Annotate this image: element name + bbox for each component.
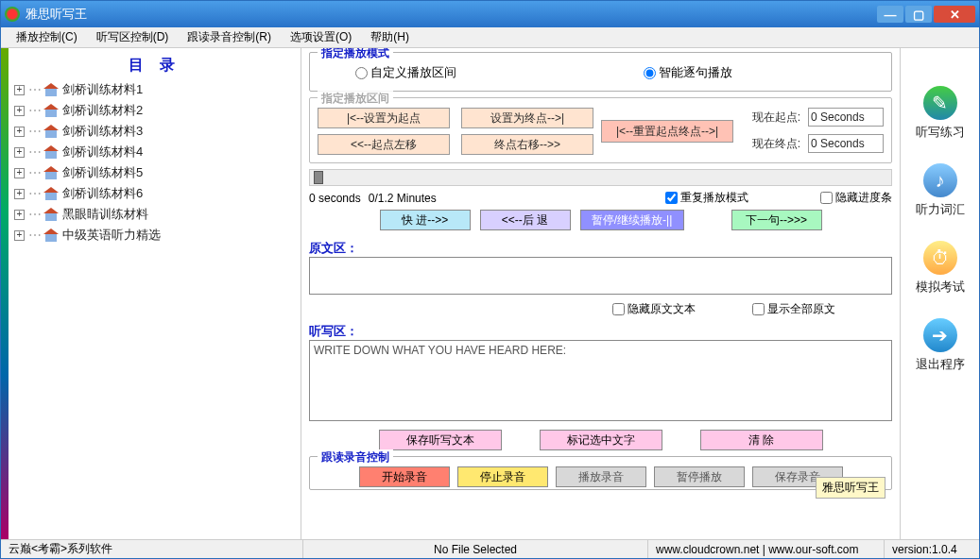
next-button[interactable]: 下一句-->>> (731, 210, 822, 230)
expand-icon[interactable]: + (14, 127, 25, 137)
house-icon (43, 208, 59, 221)
slider-thumb-icon[interactable] (314, 171, 323, 184)
tree-item[interactable]: +⋯剑桥训练材料1 (12, 79, 297, 100)
window-title: 雅思听写王 (26, 6, 875, 23)
tree-heading: 目 录 (12, 52, 297, 79)
minimize-button[interactable]: — (877, 6, 903, 23)
playback-position: 0 seconds (309, 192, 361, 205)
hide-progress-checkbox[interactable]: 隐藏进度条 (820, 190, 892, 206)
now-end-field[interactable] (808, 134, 884, 153)
tree-item[interactable]: +⋯剑桥训练材料4 (12, 142, 297, 162)
house-icon (43, 125, 59, 138)
forward-button[interactable]: 快 进-->> (380, 210, 471, 230)
nav-mock-exam[interactable]: ⏱ 模拟考试 (916, 241, 965, 296)
reset-region-button[interactable]: |<--重置起点终点-->| (601, 120, 733, 143)
expand-icon[interactable]: + (14, 147, 25, 158)
house-icon (43, 166, 59, 179)
expand-icon[interactable]: + (14, 85, 25, 95)
tree-dots-icon: ⋯ (28, 165, 40, 180)
menu-playback[interactable]: 播放控制(C) (7, 29, 87, 45)
menu-bar: 播放控制(C) 听写区控制(D) 跟读录音控制(R) 选项设置(O) 帮助(H) (1, 27, 979, 48)
stop-record-button[interactable]: 停止录音 (457, 466, 548, 487)
mark-text-button[interactable]: 标记选中文字 (540, 430, 662, 450)
menu-record[interactable]: 跟读录音控制(R) (178, 29, 281, 45)
tree-dots-icon: ⋯ (28, 186, 40, 201)
pause-button[interactable]: 暂停/继续播放-|| (580, 210, 684, 230)
tooltip: 雅思听写王 (816, 477, 885, 499)
original-textarea[interactable] (309, 257, 892, 295)
app-icon (5, 7, 20, 22)
shift-right-button[interactable]: 终点右移-->> (461, 134, 593, 155)
record-group: 跟读录音控制 开始录音 停止录音 播放录音 暂停播放 保存录音 (309, 456, 892, 490)
app-body: 目 录 +⋯剑桥训练材料1+⋯剑桥训练材料2+⋯剑桥训练材料3+⋯剑桥训练材料4… (1, 48, 979, 539)
repeat-checkbox[interactable]: 重复播放模式 (665, 190, 748, 206)
tree-item-label: 剑桥训练材料1 (62, 81, 143, 98)
tree-item[interactable]: +⋯剑桥训练材料5 (12, 162, 297, 183)
expand-icon[interactable]: + (14, 106, 25, 116)
dictation-label: 听写区： (309, 323, 892, 340)
main-pane: 指定播放模式 自定义播放区间 智能逐句播放 指定播放区间 |<--设置为起点 设… (301, 48, 900, 539)
dictation-textarea[interactable]: WRITE DOWN WHAT YOU HAVE HEARD HERE: (309, 340, 892, 421)
shift-left-button[interactable]: <<--起点左移 (318, 134, 450, 155)
tree-item-label: 剑桥训练材料2 (62, 102, 143, 119)
start-record-button[interactable]: 开始录音 (359, 466, 450, 487)
tree-item[interactable]: +⋯剑桥训练材料6 (12, 183, 297, 204)
status-links[interactable]: www.cloudcrown.net | www.our-soft.com (648, 540, 885, 558)
set-end-button[interactable]: 设置为终点-->| (461, 108, 593, 128)
mode-group-title: 指定播放模式 (318, 48, 393, 61)
now-start-label: 现在起点: (752, 110, 800, 126)
tree-item[interactable]: +⋯中级英语听力精选 (12, 225, 297, 246)
menu-options[interactable]: 选项设置(O) (281, 29, 361, 45)
tree-item-label: 中级英语听力精选 (62, 227, 161, 244)
radio-custom[interactable]: 自定义播放区间 (355, 64, 456, 81)
back-button[interactable]: <<--后 退 (480, 210, 571, 230)
pause-record-button[interactable]: 暂停播放 (654, 466, 745, 487)
vocab-icon: ♪ (923, 163, 957, 197)
tree-dots-icon: ⋯ (28, 207, 40, 222)
now-end-label: 现在终点: (752, 136, 800, 152)
window-buttons: — ▢ ✕ (875, 6, 975, 23)
tree-item-label: 剑桥训练材料5 (62, 164, 143, 181)
radio-smart[interactable]: 智能逐句播放 (644, 64, 732, 81)
tree-dots-icon: ⋯ (28, 124, 40, 139)
menu-help[interactable]: 帮助(H) (361, 29, 419, 45)
status-bar: 云巅<考霸>系列软件 No File Selected www.cloudcro… (1, 539, 979, 558)
save-dictation-button[interactable]: 保存听写文本 (379, 430, 502, 450)
clear-button[interactable]: 清 除 (700, 430, 823, 450)
play-record-button[interactable]: 播放录音 (556, 466, 646, 487)
house-icon (43, 229, 59, 242)
tree-item-label: 黑眼睛训练材料 (62, 206, 148, 223)
expand-icon[interactable]: + (14, 168, 25, 178)
expand-icon[interactable]: + (14, 189, 25, 199)
nav-exit[interactable]: ➔ 退出程序 (916, 318, 965, 373)
mode-group: 指定播放模式 自定义播放区间 智能逐句播放 (309, 52, 892, 92)
practice-icon: ✎ (923, 86, 957, 120)
show-all-original-checkbox[interactable]: 显示全部原文 (752, 301, 835, 317)
tree-item[interactable]: +⋯黑眼睛训练材料 (12, 204, 297, 225)
expand-icon[interactable]: + (14, 210, 25, 220)
set-start-button[interactable]: |<--设置为起点 (318, 108, 450, 128)
house-icon (43, 145, 59, 159)
tree-item[interactable]: +⋯剑桥训练材料3 (12, 121, 297, 142)
nav-vocab[interactable]: ♪ 听力词汇 (916, 163, 965, 218)
app-window: 雅思听写王 — ▢ ✕ 播放控制(C) 听写区控制(D) 跟读录音控制(R) 选… (0, 0, 980, 559)
now-start-field[interactable] (808, 108, 884, 127)
exit-icon: ➔ (923, 318, 957, 352)
expand-icon[interactable]: + (14, 230, 25, 241)
house-icon (43, 83, 59, 96)
close-button[interactable]: ✕ (934, 6, 975, 23)
tree-item[interactable]: +⋯剑桥训练材料2 (12, 100, 297, 121)
tree-dots-icon: ⋯ (28, 228, 40, 243)
nav-dictation-practice[interactable]: ✎ 听写练习 (916, 86, 965, 141)
exam-icon: ⏱ (923, 241, 957, 275)
left-color-strip (1, 48, 9, 539)
maximize-button[interactable]: ▢ (905, 6, 932, 23)
hide-original-checkbox[interactable]: 隐藏原文文本 (612, 301, 696, 317)
tree-dots-icon: ⋯ (28, 144, 40, 160)
tree-item-label: 剑桥训练材料4 (62, 144, 143, 161)
region-group-title: 指定播放区间 (318, 91, 393, 107)
playback-total: 0/1.2 Minutes (369, 192, 437, 205)
tree-item-label: 剑桥训练材料3 (62, 123, 143, 140)
progress-slider[interactable] (309, 169, 892, 186)
menu-dictation[interactable]: 听写区控制(D) (87, 29, 179, 45)
